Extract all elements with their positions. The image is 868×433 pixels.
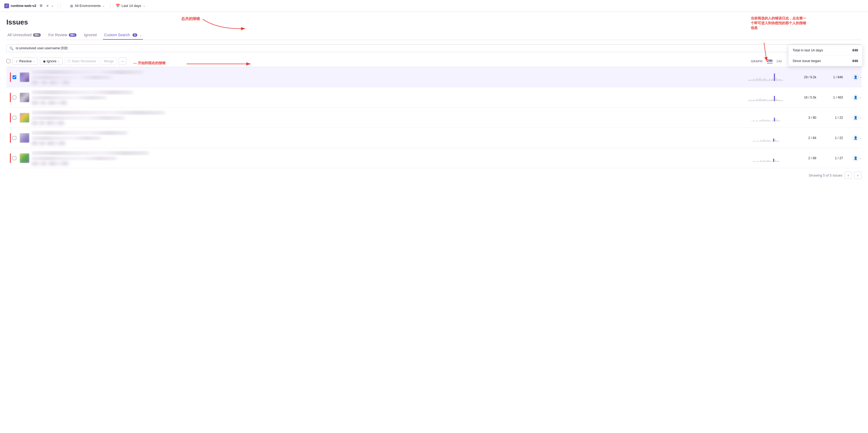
bar — [779, 120, 780, 122]
bar — [770, 141, 771, 142]
issues-list: 29 / 9.2k 1 / 846 👤 ⌄ — [6, 67, 862, 168]
bar — [766, 79, 767, 81]
issue-thumbnail-3 — [20, 113, 29, 123]
merge-label: Merge — [104, 59, 114, 63]
bar — [761, 100, 762, 101]
mark-reviewed-button[interactable]: ☐ Mark Reviewed — [65, 58, 99, 65]
issue-tag — [49, 81, 70, 85]
project-name: runtime-web-v2 — [11, 4, 36, 8]
assignee-chevron-1[interactable]: ⌄ — [860, 76, 862, 78]
date-calendar-icon: 📅 — [116, 4, 120, 8]
resolve-button[interactable]: ✓ Resolve ⌄ — [12, 58, 38, 65]
issue-title-1 — [31, 70, 742, 74]
bar — [751, 80, 752, 81]
row-checkbox-2[interactable] — [12, 96, 16, 99]
bar — [754, 161, 755, 162]
issue-tag — [31, 162, 47, 165]
environment-selector[interactable]: ▦ All Environments ⌄ — [67, 4, 108, 8]
total-in-14-days-label: Total in last 14 days — [793, 48, 823, 52]
assignee-avatar-3[interactable]: 👤 — [852, 115, 859, 121]
bar — [772, 161, 773, 162]
bar-accent — [773, 138, 774, 142]
tab-all-unresolved[interactable]: All Unresolved 99+ — [6, 31, 42, 40]
tab-for-review-badge: 99+ — [69, 33, 76, 37]
tab-custom-search-chevron[interactable]: ⌄ — [140, 33, 142, 37]
project-chevron-icon[interactable]: ⌄ — [51, 4, 54, 7]
bar — [768, 100, 769, 101]
close-tab-icon[interactable]: × — [46, 4, 49, 8]
issue-level-indicator — [10, 154, 11, 163]
tab-custom-search[interactable]: Custom Search 5 ⌄ — [103, 31, 143, 40]
row-checkbox-1[interactable] — [12, 75, 16, 79]
env-label: All Environments — [75, 4, 101, 8]
row-checkbox-5[interactable] — [12, 156, 16, 160]
bar — [764, 78, 765, 81]
assignee-chevron-2[interactable]: ⌄ — [860, 96, 862, 99]
tab-for-review[interactable]: For Review 99+ — [47, 31, 78, 40]
events-value-1: 29 / 9.2k — [804, 75, 816, 79]
row-events-3: 3 / 80 — [789, 116, 816, 120]
bar — [771, 79, 772, 81]
resolve-checkmark-icon: ✓ — [16, 59, 18, 63]
issue-tags-1 — [31, 81, 742, 85]
row-events-1: 29 / 9.2k — [789, 75, 816, 79]
search-icon: 🔍 — [9, 46, 13, 50]
date-chevron-icon: ⌄ — [143, 4, 145, 7]
ignore-button[interactable]: ◉ Ignore ⌄ — [40, 58, 63, 65]
select-all-checkbox[interactable] — [6, 59, 10, 63]
table-row[interactable]: 2 / 89 1 / 27 👤 ⌄ — [6, 148, 862, 168]
row-checkbox-container — [6, 72, 20, 82]
bar — [758, 121, 759, 122]
assignee-avatar-2[interactable]: 👤 — [852, 95, 859, 100]
table-row[interactable]: 16 / 5.5k 1 / 463 👤 ⌄ — [6, 87, 862, 108]
more-actions-button[interactable]: ··· — [119, 58, 126, 65]
bar — [779, 79, 780, 81]
table-row[interactable]: 29 / 9.2k 1 / 846 👤 ⌄ — [6, 67, 862, 87]
assignee-chevron-5[interactable]: ⌄ — [860, 157, 862, 160]
table-row[interactable]: 2 / 84 1 / 22 👤 ⌄ — [6, 128, 862, 148]
table-row[interactable]: 3 / 80 1 / 22 👤 ⌄ — [6, 108, 862, 128]
topbar: ✓ runtime-web-v2 ⚙ × ⌄ ▦ All Environment… — [0, 0, 868, 12]
issue-tag — [47, 101, 67, 105]
issue-subtitle-3 — [31, 115, 742, 120]
merge-button[interactable]: Merge — [101, 58, 117, 65]
bar — [754, 141, 755, 142]
tab-ignored[interactable]: Ignored — [83, 31, 98, 40]
graph-tab-14d[interactable]: 14d — [776, 59, 782, 63]
users-value-5: 1 / 27 — [835, 156, 843, 160]
bar — [776, 161, 777, 162]
resolve-chevron-icon[interactable]: ⌄ — [33, 60, 35, 63]
gear-icon[interactable]: ⚙ — [39, 4, 43, 8]
project-selector[interactable]: ✓ runtime-web-v2 ⚙ × ⌄ — [4, 3, 58, 8]
bar — [751, 100, 752, 101]
page-content: Issues All Unresolved 99+ For Review 99+… — [0, 12, 868, 182]
assignee-chevron-4[interactable]: ⌄ — [860, 136, 862, 139]
row-graph-3 — [742, 113, 789, 123]
search-bar: 🔍 × Matching search filters 1 ⌄ — [6, 44, 862, 52]
date-selector[interactable]: 📅 Last 14 days ⌄ — [113, 4, 149, 8]
events-value-4: 2 / 84 — [808, 136, 816, 140]
graph-tab-24h[interactable]: 24h — [767, 59, 773, 63]
prev-page-button[interactable]: ‹ — [844, 171, 852, 179]
ignore-label: Ignore — [46, 59, 57, 63]
mini-chart-4 — [752, 134, 779, 142]
bar — [775, 78, 777, 81]
bar — [764, 99, 765, 101]
page-title: Issues — [6, 18, 862, 26]
bar — [780, 79, 781, 81]
row-events-5: 2 / 89 — [789, 156, 816, 160]
bar — [775, 119, 777, 122]
row-checkbox-4[interactable] — [12, 136, 16, 140]
assignee-avatar-1[interactable]: 👤 — [852, 74, 859, 80]
bar — [759, 161, 760, 162]
search-input[interactable] — [16, 46, 807, 50]
assignee-chevron-3[interactable]: ⌄ — [860, 116, 862, 119]
issue-level-indicator — [10, 72, 11, 82]
assignee-avatar-4[interactable]: 👤 — [852, 135, 859, 141]
row-checkbox-3[interactable] — [12, 116, 16, 120]
bar — [753, 100, 754, 101]
assignee-avatar-5[interactable]: 👤 — [852, 155, 859, 161]
ignore-chevron-icon[interactable]: ⌄ — [58, 60, 60, 63]
next-page-button[interactable]: › — [854, 171, 862, 179]
bar — [756, 78, 757, 81]
